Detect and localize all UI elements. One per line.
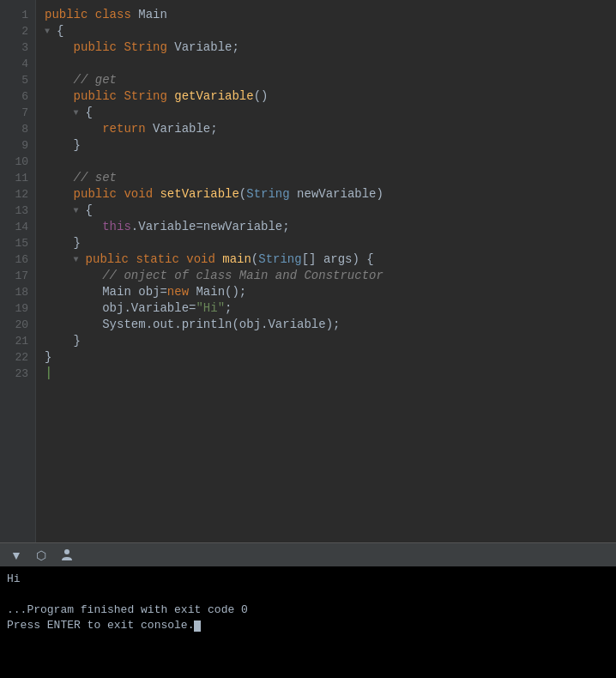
code-line-6: public String getVariable() (45, 88, 607, 105)
console-line-2 (7, 587, 609, 602)
code-line-12: public void setVariable(String newVariab… (45, 186, 607, 203)
bottom-toolbar: ▼ ⬡ (0, 542, 616, 566)
line-number-22: 22 (0, 349, 35, 366)
code-line-19: obj.Variable="Hi"; (45, 300, 607, 317)
code-line-23: | (45, 366, 607, 382)
expand-button[interactable]: ⬡ (33, 547, 50, 564)
settings-button[interactable] (57, 547, 77, 564)
line-number-2: 2 (0, 23, 35, 39)
line-number-15: 15 (0, 235, 35, 251)
line-number-16: 16 (0, 251, 35, 268)
code-line-21: } (45, 333, 607, 349)
line-number-19: 19 (0, 300, 35, 317)
console-line-4: Press ENTER to exit console. (7, 618, 609, 633)
code-line-4 (45, 56, 607, 72)
code-line-1: public class Main (45, 7, 607, 23)
code-line-14: this.Variable=newVariable; (45, 219, 607, 235)
console-cursor (194, 620, 201, 632)
line-number-5: 5 (0, 72, 35, 88)
line-number-13: 13 (0, 203, 35, 219)
code-line-2: ▼{ (45, 23, 607, 39)
code-line-10 (45, 154, 607, 170)
line-number-11: 11 (0, 170, 35, 186)
code-line-17: // onject of class Main and Constructor (45, 268, 607, 284)
fold-arrow-7[interactable]: ▼ (74, 105, 84, 121)
line-number-7: 7 (0, 105, 35, 121)
line-number-20: 20 (0, 317, 35, 333)
code-line-15: } (45, 235, 607, 251)
line-number-10: 10 (0, 154, 35, 170)
code-line-9: } (45, 137, 607, 154)
line-number-9: 9 (0, 137, 35, 154)
line-number-21: 21 (0, 333, 35, 349)
line-number-1: 1 (0, 7, 35, 23)
code-line-18: Main obj=new Main(); (45, 284, 607, 300)
fold-arrow-13[interactable]: ▼ (74, 203, 84, 219)
code-content: public class Main ▼{ public String Varia… (36, 0, 616, 542)
line-number-23: 23 (0, 366, 35, 382)
line-numbers: 1 2 3 4 5 6 7 8 9 10 11 12 13 14 15 16 1… (0, 0, 36, 542)
collapse-button[interactable]: ▼ (7, 547, 26, 564)
code-line-13: ▼{ (45, 203, 607, 219)
code-line-5: // get (45, 72, 607, 88)
code-area: 1 2 3 4 5 6 7 8 9 10 11 12 13 14 15 16 1… (0, 0, 616, 542)
line-number-4: 4 (0, 56, 35, 72)
line-number-6: 6 (0, 88, 35, 105)
line-number-8: 8 (0, 121, 35, 137)
line-number-18: 18 (0, 284, 35, 300)
console-line-1: Hi (7, 572, 609, 587)
fold-arrow-16[interactable]: ▼ (74, 251, 84, 268)
code-line-11: // set (45, 170, 607, 186)
code-line-8: return Variable; (45, 121, 607, 137)
line-number-3: 3 (0, 39, 35, 56)
code-line-22: } (45, 349, 607, 366)
code-line-3: public String Variable; (45, 39, 607, 56)
code-editor: 1 2 3 4 5 6 7 8 9 10 11 12 13 14 15 16 1… (0, 0, 616, 542)
line-number-14: 14 (0, 219, 35, 235)
line-number-17: 17 (0, 268, 35, 284)
code-line-7: ▼{ (45, 105, 607, 121)
console-line-3: ...Program finished with exit code 0 (7, 602, 609, 618)
fold-arrow-2[interactable]: ▼ (45, 23, 55, 39)
console-panel: Hi ...Program finished with exit code 0 … (0, 566, 616, 678)
console-output: Hi ...Program finished with exit code 0 … (7, 572, 609, 673)
line-number-12: 12 (0, 186, 35, 203)
code-line-20: System.out.println(obj.Variable); (45, 317, 607, 333)
svg-point-0 (64, 549, 69, 554)
code-line-16: ▼public static void main(String[] args) … (45, 251, 607, 268)
run-icon (60, 548, 74, 562)
